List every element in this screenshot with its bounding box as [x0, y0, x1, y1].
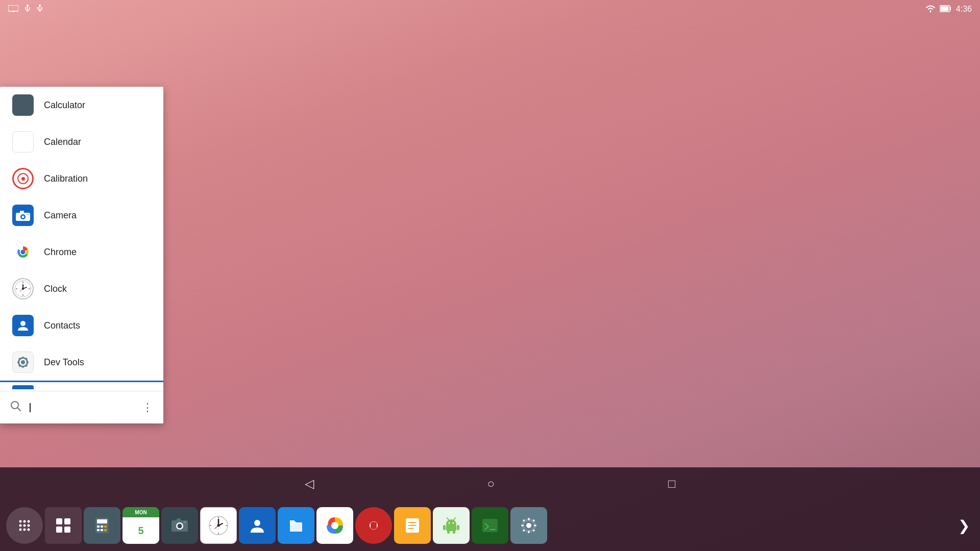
svg-rect-103	[447, 531, 450, 534]
home-button[interactable]: ○	[487, 477, 495, 491]
taskbar-clock[interactable]	[200, 507, 237, 544]
app-item-camera[interactable]: Camera	[0, 197, 163, 234]
taskbar-calculator[interactable]	[84, 507, 120, 544]
taskbar-contacts[interactable]	[239, 507, 276, 544]
devtools-label: Dev Tools	[44, 357, 84, 368]
svg-point-90	[372, 523, 376, 528]
battery-icon	[940, 5, 952, 14]
app-item-clock[interactable]: Clock	[0, 270, 163, 307]
calculator-label: Calculator	[44, 100, 85, 111]
screen-icon	[8, 5, 18, 14]
svg-rect-114	[521, 525, 524, 527]
drawer-search-icon[interactable]	[10, 400, 21, 415]
back-button[interactable]: ◁	[305, 477, 314, 491]
svg-rect-73	[177, 518, 181, 521]
svg-point-51	[28, 520, 30, 523]
calculator-icon	[12, 94, 34, 116]
taskbar-launcher[interactable]	[6, 507, 43, 544]
svg-rect-115	[534, 525, 536, 527]
chrome-icon	[12, 241, 34, 263]
svg-rect-100	[446, 525, 456, 531]
svg-rect-21	[20, 211, 24, 213]
taskbar-notes[interactable]	[394, 507, 431, 544]
svg-rect-68	[101, 529, 103, 531]
taskbar-settings[interactable]	[510, 507, 547, 544]
svg-rect-69	[104, 529, 107, 531]
calibration-icon	[12, 168, 34, 189]
taskbar-apps-grid[interactable]	[45, 507, 82, 544]
svg-rect-60	[56, 527, 62, 533]
taskbar: MON 5	[0, 500, 980, 551]
svg-point-15	[929, 10, 931, 12]
recent-button[interactable]: □	[668, 477, 676, 491]
svg-point-87	[331, 522, 338, 529]
status-bar-left	[8, 4, 43, 15]
svg-point-3	[27, 5, 29, 7]
contacts-label: Contacts	[44, 320, 80, 331]
svg-rect-112	[528, 518, 530, 520]
svg-rect-64	[97, 525, 100, 528]
wifi-icon	[925, 5, 936, 14]
svg-rect-113	[528, 531, 530, 533]
drawer-more-icon[interactable]: ⋮	[142, 401, 153, 414]
svg-point-52	[19, 524, 22, 527]
svg-point-20	[22, 216, 24, 218]
search-input[interactable]	[30, 403, 134, 413]
svg-point-53	[23, 524, 26, 527]
svg-rect-85	[290, 523, 302, 532]
status-bar: 4:36	[0, 0, 980, 18]
svg-rect-67	[97, 529, 100, 531]
svg-rect-40	[22, 366, 24, 368]
app-list: Calculator Calendar	[0, 87, 163, 381]
app-item-calculator[interactable]: Calculator	[0, 87, 163, 123]
app-item-calendar[interactable]: Calendar	[0, 123, 163, 160]
nav-bar: ◁ ○ □	[0, 467, 980, 500]
svg-line-48	[17, 408, 20, 411]
taskbar-apps: MON 5	[6, 507, 954, 544]
svg-rect-0	[8, 5, 18, 11]
app-item-chrome[interactable]: Chrome	[0, 234, 163, 270]
svg-rect-105	[482, 519, 498, 532]
drawer-search-bar: ⋮	[0, 391, 163, 423]
taskbar-terminal[interactable]	[472, 507, 508, 544]
svg-point-55	[19, 529, 22, 531]
calibration-label: Calibration	[44, 173, 88, 184]
svg-rect-74	[184, 521, 186, 523]
svg-rect-102	[457, 525, 459, 530]
devtools-icon	[12, 352, 34, 373]
time-display: 4:36	[956, 5, 972, 14]
taskbar-photos[interactable]	[316, 507, 353, 544]
svg-rect-66	[104, 525, 107, 528]
clock-icon	[12, 278, 34, 299]
taskbar-music[interactable]	[355, 507, 392, 544]
svg-rect-59	[64, 518, 70, 524]
svg-point-72	[178, 524, 182, 529]
svg-point-79	[217, 524, 220, 527]
clock-label: Clock	[44, 284, 67, 294]
chrome-label: Chrome	[44, 247, 77, 258]
svg-rect-65	[101, 525, 103, 528]
app-drawer: Calculator Calendar	[0, 87, 163, 423]
svg-point-57	[28, 529, 30, 531]
svg-point-38	[21, 360, 25, 364]
app-item-devtools[interactable]: Dev Tools	[0, 344, 163, 381]
app-item-contacts[interactable]: Contacts	[0, 307, 163, 344]
svg-rect-39	[22, 357, 24, 359]
svg-rect-42	[27, 362, 29, 363]
svg-rect-63	[97, 519, 107, 523]
taskbar-android[interactable]	[433, 507, 470, 544]
taskbar-arrow[interactable]: ❯	[954, 517, 974, 534]
svg-point-34	[22, 288, 24, 290]
svg-point-111	[526, 523, 531, 528]
taskbar-files[interactable]	[278, 507, 314, 544]
status-bar-right: 4:36	[925, 5, 972, 14]
svg-point-54	[28, 524, 30, 527]
app-item-calibration[interactable]: Calibration	[0, 160, 163, 197]
svg-rect-58	[56, 518, 62, 524]
taskbar-calendar[interactable]: MON 5	[122, 507, 159, 544]
svg-point-96	[449, 522, 450, 524]
svg-rect-104	[453, 531, 455, 534]
usb1-icon	[24, 4, 31, 15]
taskbar-screenshot[interactable]	[161, 507, 198, 544]
svg-point-56	[23, 529, 26, 531]
